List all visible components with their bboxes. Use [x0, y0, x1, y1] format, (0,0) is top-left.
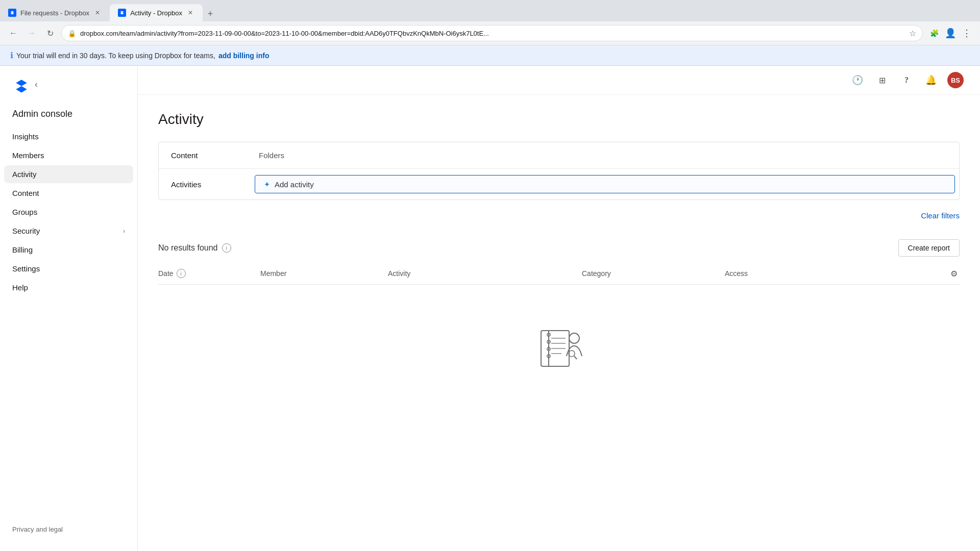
add-activity-button[interactable]: + Add activity	[255, 175, 955, 193]
date-info-icon[interactable]: i	[177, 269, 186, 278]
sidebar-item-label-help: Help	[12, 283, 28, 292]
member-col-label: Member	[260, 269, 286, 278]
sidebar-item-activity[interactable]: Activity	[4, 165, 133, 183]
sidebar: ‹ Admin console Insights Members Activit…	[0, 66, 138, 551]
filter-row-activities: Activities + Add activity	[159, 169, 959, 199]
sidebar-item-label-settings: Settings	[12, 264, 40, 273]
refresh-button[interactable]: ↻	[43, 26, 57, 40]
sidebar-footer: Privacy and legal	[0, 517, 137, 541]
sidebar-item-help[interactable]: Help	[4, 279, 133, 296]
trial-banner: ℹ Your trial will end in 30 days. To kee…	[0, 45, 980, 66]
grid-icon[interactable]: ⊞	[874, 72, 890, 88]
sidebar-item-billing[interactable]: Billing	[4, 241, 133, 259]
sidebar-item-label-groups: Groups	[12, 208, 37, 216]
browser-actions: 🧩 👤 ⋮	[927, 26, 974, 40]
bell-icon[interactable]: 🔔	[923, 72, 939, 88]
sidebar-item-label-members: Members	[12, 151, 44, 160]
tab-dropbox-icon-2	[118, 9, 126, 17]
sidebar-item-content[interactable]: Content	[4, 184, 133, 202]
table-settings-icon[interactable]: ⚙	[948, 268, 960, 279]
activity-col-label: Activity	[388, 269, 410, 278]
user-avatar[interactable]: BS	[947, 72, 964, 88]
activities-filter-label: Activities	[159, 174, 251, 195]
app: ‹ Admin console Insights Members Activit…	[0, 66, 980, 551]
col-header-access: Access ⚙	[725, 268, 960, 279]
filters-panel: Content Folders Activities + Add activit…	[158, 142, 960, 200]
tab-label-1: File requests - Dropbox	[20, 9, 89, 17]
admin-console-label: Admin console	[0, 105, 137, 128]
sidebar-logo-area: ‹	[0, 76, 137, 105]
browser-chrome: File requests - Dropbox ✕ Activity - Dro…	[0, 0, 980, 45]
address-bar-row: ← → ↻ 🔒 dropbox.com/team/admin/activity?…	[0, 21, 980, 45]
results-header: No results found i Create report	[158, 231, 960, 263]
user-initials: BS	[951, 77, 960, 84]
filter-actions: Clear filters	[158, 200, 960, 231]
no-results-text: No results found	[158, 243, 218, 253]
back-button[interactable]: ←	[6, 26, 20, 40]
content-filter-value: Folders	[251, 145, 959, 166]
empty-state	[158, 285, 960, 407]
date-col-label: Date	[158, 269, 174, 278]
no-results-area: No results found i	[158, 243, 231, 253]
col-header-member: Member	[260, 269, 388, 278]
filter-row-content: Content Folders	[159, 142, 959, 169]
main-body: Activity Content Folders Activities + Ad…	[138, 95, 980, 551]
col-header-activity: Activity	[388, 269, 582, 278]
security-chevron-icon: ›	[123, 228, 125, 235]
tab-bar: File requests - Dropbox ✕ Activity - Dro…	[0, 0, 980, 21]
add-activity-label: Add activity	[275, 180, 314, 189]
clock-icon[interactable]: 🕐	[849, 72, 866, 88]
content-filter-label: Content	[159, 145, 251, 166]
col-header-date: Date i	[158, 269, 260, 278]
address-bar[interactable]: 🔒 dropbox.com/team/admin/activity?from=2…	[61, 25, 923, 41]
sidebar-item-label-insights: Insights	[12, 132, 39, 141]
col-header-category: Category	[582, 269, 725, 278]
info-icon: ℹ	[10, 51, 13, 60]
sidebar-item-members[interactable]: Members	[4, 146, 133, 164]
tab-close-2[interactable]: ✕	[186, 9, 194, 17]
address-text: dropbox.com/team/admin/activity?from=202…	[80, 30, 905, 37]
tab-activity[interactable]: Activity - Dropbox ✕	[110, 4, 203, 21]
dropbox-logo[interactable]: ‹	[12, 76, 125, 94]
privacy-legal-link[interactable]: Privacy and legal	[12, 525, 63, 533]
svg-line-12	[574, 356, 577, 359]
create-report-button[interactable]: Create report	[898, 239, 960, 257]
sidebar-item-security[interactable]: Security ›	[4, 222, 133, 240]
svg-point-10	[569, 333, 579, 343]
sidebar-item-settings[interactable]: Settings	[4, 260, 133, 278]
more-menu-icon[interactable]: ⋮	[960, 26, 974, 40]
sidebar-item-label-activity: Activity	[12, 170, 37, 179]
sidebar-item-insights[interactable]: Insights	[4, 128, 133, 145]
forward-button[interactable]: →	[24, 26, 39, 40]
bookmark-icon[interactable]: ☆	[909, 29, 916, 38]
add-activity-icon: +	[262, 180, 272, 189]
profile-icon[interactable]: 👤	[943, 26, 958, 40]
main-content: 🕐 ⊞ ? 🔔 BS Activity Content Folders Acti…	[138, 66, 980, 551]
no-results-info-icon[interactable]: i	[222, 243, 231, 253]
lock-icon: 🔒	[68, 30, 76, 37]
page-title: Activity	[158, 111, 960, 128]
tab-file-requests[interactable]: File requests - Dropbox ✕	[0, 4, 110, 21]
sidebar-toggle[interactable]: ‹	[35, 79, 47, 91]
main-header: 🕐 ⊞ ? 🔔 BS	[138, 66, 980, 95]
table-header: Date i Member Activity Category Access ⚙	[158, 263, 960, 285]
sidebar-item-label-security: Security	[12, 227, 40, 235]
tab-dropbox-icon-1	[8, 9, 16, 17]
add-billing-link[interactable]: add billing info	[218, 52, 270, 60]
activity-table: Date i Member Activity Category Access ⚙	[158, 263, 960, 407]
sidebar-item-groups[interactable]: Groups	[4, 203, 133, 221]
trial-message: Your trial will end in 30 days. To keep …	[16, 52, 215, 60]
access-col-label: Access	[725, 269, 748, 278]
dropbox-logo-icon	[12, 76, 31, 94]
sidebar-item-label-billing: Billing	[12, 245, 33, 254]
clear-filters-button[interactable]: Clear filters	[921, 208, 960, 223]
help-icon[interactable]: ?	[898, 72, 915, 88]
sidebar-item-label-content: Content	[12, 189, 39, 197]
new-tab-button[interactable]: +	[203, 6, 218, 21]
sidebar-nav: Insights Members Activity Content Groups…	[0, 128, 137, 517]
tab-close-1[interactable]: ✕	[93, 9, 102, 17]
category-col-label: Category	[582, 269, 611, 278]
extensions-icon[interactable]: 🧩	[927, 26, 941, 40]
empty-state-illustration	[526, 315, 592, 377]
tab-label-2: Activity - Dropbox	[130, 9, 182, 17]
